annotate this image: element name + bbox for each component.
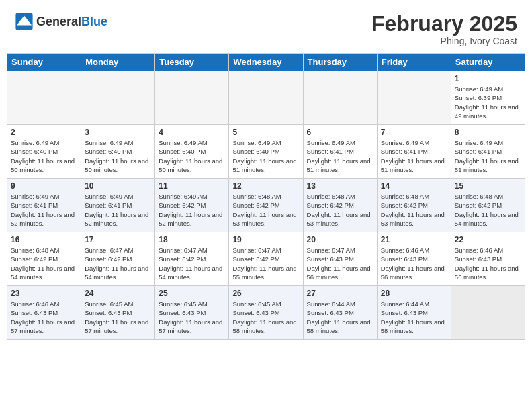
day-info: Sunrise: 6:49 AM Sunset: 6:40 PM Dayligh…	[85, 138, 151, 174]
logo-icon	[15, 12, 34, 31]
day-number: 12	[232, 181, 299, 191]
day-number: 16	[11, 235, 77, 244]
calendar-day-cell: 9Sunrise: 6:49 AM Sunset: 6:41 PM Daylig…	[7, 179, 81, 232]
calendar-day-cell: 19Sunrise: 6:47 AM Sunset: 6:42 PM Dayli…	[229, 232, 303, 286]
day-info: Sunrise: 6:49 AM Sunset: 6:40 PM Dayligh…	[232, 138, 299, 174]
calendar-day-cell: 14Sunrise: 6:48 AM Sunset: 6:42 PM Dayli…	[377, 179, 451, 232]
calendar-day-cell: 21Sunrise: 6:46 AM Sunset: 6:43 PM Dayli…	[377, 232, 451, 286]
month-title: February 2025	[371, 12, 517, 36]
day-info: Sunrise: 6:49 AM Sunset: 6:42 PM Dayligh…	[159, 192, 225, 228]
calendar-day-cell	[303, 71, 377, 125]
calendar-day-cell	[81, 71, 155, 125]
day-number: 13	[307, 181, 373, 191]
day-number: 20	[307, 235, 373, 244]
calendar-week-row: 1Sunrise: 6:49 AM Sunset: 6:39 PM Daylig…	[7, 71, 525, 125]
calendar-day-cell: 13Sunrise: 6:48 AM Sunset: 6:42 PM Dayli…	[303, 179, 377, 232]
location-subtitle: Phing, Ivory Coast	[371, 36, 517, 46]
calendar-day-cell: 27Sunrise: 6:44 AM Sunset: 6:43 PM Dayli…	[303, 286, 377, 340]
calendar-day-cell: 12Sunrise: 6:48 AM Sunset: 6:42 PM Dayli…	[229, 179, 303, 232]
day-number: 7	[381, 128, 447, 137]
day-number: 15	[455, 181, 521, 191]
day-number: 4	[159, 128, 225, 137]
day-info: Sunrise: 6:48 AM Sunset: 6:42 PM Dayligh…	[11, 246, 77, 281]
day-info: Sunrise: 6:46 AM Sunset: 6:43 PM Dayligh…	[11, 300, 77, 335]
calendar-day-cell	[377, 71, 451, 125]
day-number: 25	[159, 289, 225, 298]
calendar-day-cell: 17Sunrise: 6:47 AM Sunset: 6:42 PM Dayli…	[81, 232, 155, 286]
day-header-friday: Friday	[377, 54, 451, 71]
calendar-day-cell: 16Sunrise: 6:48 AM Sunset: 6:42 PM Dayli…	[7, 232, 81, 286]
logo-blue: Blue	[81, 15, 107, 28]
day-info: Sunrise: 6:48 AM Sunset: 6:42 PM Dayligh…	[307, 192, 373, 228]
day-info: Sunrise: 6:48 AM Sunset: 6:42 PM Dayligh…	[455, 192, 521, 228]
calendar-header-row: SundayMondayTuesdayWednesdayThursdayFrid…	[7, 54, 525, 71]
day-number: 28	[381, 289, 447, 298]
calendar-day-cell: 6Sunrise: 6:49 AM Sunset: 6:41 PM Daylig…	[303, 125, 377, 179]
day-info: Sunrise: 6:49 AM Sunset: 6:41 PM Dayligh…	[85, 192, 151, 228]
day-info: Sunrise: 6:44 AM Sunset: 6:43 PM Dayligh…	[381, 300, 447, 335]
day-info: Sunrise: 6:47 AM Sunset: 6:42 PM Dayligh…	[85, 246, 151, 281]
day-number: 2	[11, 128, 77, 137]
calendar-day-cell: 5Sunrise: 6:49 AM Sunset: 6:40 PM Daylig…	[229, 125, 303, 179]
day-info: Sunrise: 6:44 AM Sunset: 6:43 PM Dayligh…	[307, 300, 373, 335]
calendar-day-cell: 8Sunrise: 6:49 AM Sunset: 6:41 PM Daylig…	[451, 125, 525, 179]
calendar-day-cell: 3Sunrise: 6:49 AM Sunset: 6:40 PM Daylig…	[81, 125, 155, 179]
calendar-day-cell: 26Sunrise: 6:45 AM Sunset: 6:43 PM Dayli…	[229, 286, 303, 340]
day-info: Sunrise: 6:46 AM Sunset: 6:43 PM Dayligh…	[455, 246, 521, 281]
day-info: Sunrise: 6:45 AM Sunset: 6:43 PM Dayligh…	[85, 300, 151, 335]
calendar-day-cell: 18Sunrise: 6:47 AM Sunset: 6:42 PM Dayli…	[155, 232, 229, 286]
day-number: 17	[85, 235, 151, 244]
day-info: Sunrise: 6:49 AM Sunset: 6:41 PM Dayligh…	[307, 138, 373, 174]
day-number: 5	[232, 128, 299, 137]
day-header-wednesday: Wednesday	[229, 54, 303, 71]
title-area: February 2025 Phing, Ivory Coast	[371, 12, 517, 46]
day-info: Sunrise: 6:49 AM Sunset: 6:39 PM Dayligh…	[455, 85, 521, 120]
day-number: 6	[307, 128, 373, 137]
day-header-thursday: Thursday	[303, 54, 377, 71]
calendar-day-cell	[155, 71, 229, 125]
day-info: Sunrise: 6:45 AM Sunset: 6:43 PM Dayligh…	[159, 300, 225, 335]
day-number: 19	[232, 235, 299, 244]
logo-general: General	[36, 15, 81, 28]
day-info: Sunrise: 6:45 AM Sunset: 6:43 PM Dayligh…	[232, 300, 299, 335]
calendar-week-row: 16Sunrise: 6:48 AM Sunset: 6:42 PM Dayli…	[7, 232, 525, 286]
day-info: Sunrise: 6:47 AM Sunset: 6:42 PM Dayligh…	[159, 246, 225, 281]
day-header-saturday: Saturday	[451, 54, 525, 71]
calendar-day-cell: 7Sunrise: 6:49 AM Sunset: 6:41 PM Daylig…	[377, 125, 451, 179]
day-number: 27	[307, 289, 373, 298]
day-number: 9	[11, 181, 77, 191]
calendar-week-row: 2Sunrise: 6:49 AM Sunset: 6:40 PM Daylig…	[7, 125, 525, 179]
calendar-day-cell: 10Sunrise: 6:49 AM Sunset: 6:41 PM Dayli…	[81, 179, 155, 232]
calendar-day-cell: 20Sunrise: 6:47 AM Sunset: 6:43 PM Dayli…	[303, 232, 377, 286]
day-info: Sunrise: 6:48 AM Sunset: 6:42 PM Dayligh…	[232, 192, 299, 228]
day-number: 1	[455, 74, 521, 83]
day-number: 21	[381, 235, 447, 244]
day-info: Sunrise: 6:49 AM Sunset: 6:40 PM Dayligh…	[159, 138, 225, 174]
day-number: 11	[159, 181, 225, 191]
calendar-day-cell: 11Sunrise: 6:49 AM Sunset: 6:42 PM Dayli…	[155, 179, 229, 232]
calendar-week-row: 23Sunrise: 6:46 AM Sunset: 6:43 PM Dayli…	[7, 286, 525, 340]
header: GeneralBlue February 2025 Phing, Ivory C…	[7, 7, 525, 50]
calendar-day-cell	[229, 71, 303, 125]
day-header-monday: Monday	[81, 54, 155, 71]
day-number: 10	[85, 181, 151, 191]
day-info: Sunrise: 6:49 AM Sunset: 6:40 PM Dayligh…	[11, 138, 77, 174]
calendar-day-cell: 24Sunrise: 6:45 AM Sunset: 6:43 PM Dayli…	[81, 286, 155, 340]
calendar-day-cell: 4Sunrise: 6:49 AM Sunset: 6:40 PM Daylig…	[155, 125, 229, 179]
calendar: SundayMondayTuesdayWednesdayThursdayFrid…	[7, 53, 525, 340]
calendar-week-row: 9Sunrise: 6:49 AM Sunset: 6:41 PM Daylig…	[7, 179, 525, 232]
calendar-day-cell: 28Sunrise: 6:44 AM Sunset: 6:43 PM Dayli…	[377, 286, 451, 340]
day-number: 24	[85, 289, 151, 298]
day-header-sunday: Sunday	[7, 54, 81, 71]
calendar-day-cell	[451, 286, 525, 340]
calendar-day-cell: 1Sunrise: 6:49 AM Sunset: 6:39 PM Daylig…	[451, 71, 525, 125]
calendar-day-cell: 22Sunrise: 6:46 AM Sunset: 6:43 PM Dayli…	[451, 232, 525, 286]
day-number: 14	[381, 181, 447, 191]
day-info: Sunrise: 6:47 AM Sunset: 6:43 PM Dayligh…	[307, 246, 373, 281]
day-info: Sunrise: 6:48 AM Sunset: 6:42 PM Dayligh…	[381, 192, 447, 228]
day-number: 23	[11, 289, 77, 298]
day-info: Sunrise: 6:47 AM Sunset: 6:42 PM Dayligh…	[232, 246, 299, 281]
day-number: 8	[455, 128, 521, 137]
day-info: Sunrise: 6:49 AM Sunset: 6:41 PM Dayligh…	[11, 192, 77, 228]
calendar-day-cell: 2Sunrise: 6:49 AM Sunset: 6:40 PM Daylig…	[7, 125, 81, 179]
